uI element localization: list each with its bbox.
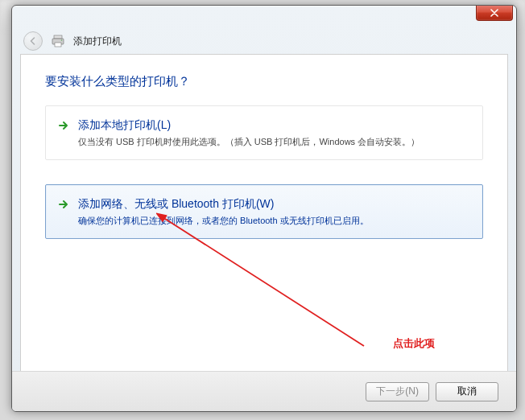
arrow-right-icon [57, 119, 70, 132]
arrow-right-icon [57, 198, 70, 211]
content-area: 要安装什么类型的打印机？ 添加本地打印机(L) 仅当没有 USB 打印机时使用此… [20, 54, 508, 377]
close-icon [490, 9, 498, 17]
option-network-title: 添加网络、无线或 Bluetooth 打印机(W) [78, 196, 471, 212]
dialog-window: 添加打印机 要安装什么类型的打印机？ 添加本地打印机(L) 仅当没有 USB 打… [11, 5, 517, 412]
printer-icon [51, 35, 65, 47]
option-local-title: 添加本地打印机(L) [78, 117, 471, 134]
option-add-local-printer[interactable]: 添加本地打印机(L) 仅当没有 USB 打印机时使用此选项。（插入 USB 打印… [45, 105, 483, 160]
page-title: 要安装什么类型的打印机？ [45, 74, 483, 89]
footer: 下一步(N) 取消 [12, 371, 516, 411]
option-local-desc: 仅当没有 USB 打印机时使用此选项。（插入 USB 打印机后，Windows … [78, 135, 471, 149]
svg-point-3 [61, 39, 63, 41]
next-button[interactable]: 下一步(N) [366, 382, 429, 401]
header-title: 添加打印机 [73, 35, 122, 48]
back-button[interactable] [23, 31, 43, 51]
close-button[interactable] [476, 5, 513, 21]
option-add-network-printer[interactable]: 添加网络、无线或 Bluetooth 打印机(W) 确保您的计算机已连接到网络，… [45, 184, 483, 239]
header: 添加打印机 [12, 28, 516, 54]
svg-rect-2 [55, 43, 61, 47]
option-network-desc: 确保您的计算机已连接到网络，或者您的 Bluetooth 或无线打印机已启用。 [78, 214, 471, 228]
svg-rect-0 [54, 35, 62, 39]
cancel-button[interactable]: 取消 [436, 382, 498, 401]
back-arrow-icon [28, 36, 38, 46]
titlebar [12, 6, 516, 28]
annotation-label: 点击此项 [393, 336, 435, 351]
